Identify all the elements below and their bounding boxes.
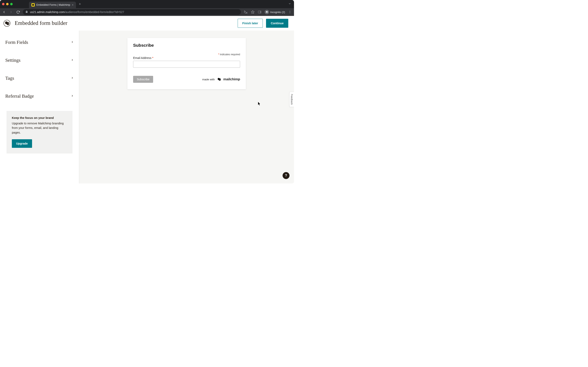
sidebar-item-referral-badge[interactable]: Referral Badge	[0, 87, 79, 105]
feedback-tab[interactable]: Feedback	[289, 92, 294, 107]
browser-tab[interactable]: Embedded Forms | Mailchimp ×	[29, 2, 76, 8]
mailchimp-favicon-icon	[31, 3, 35, 7]
close-tab-icon[interactable]: ×	[72, 3, 73, 7]
kebab-menu-icon[interactable]	[288, 10, 292, 14]
chevron-right-icon	[71, 94, 74, 98]
svg-point-10	[7, 22, 9, 25]
sidebar-item-settings[interactable]: Settings	[0, 51, 79, 69]
eye-off-icon[interactable]	[244, 10, 248, 14]
svg-point-6	[290, 12, 290, 12]
svg-point-0	[32, 4, 34, 6]
bookmark-star-icon[interactable]	[251, 10, 255, 14]
tab-title: Embedded Forms | Mailchimp	[36, 3, 70, 6]
subscribe-button[interactable]: Subscribe	[133, 76, 153, 83]
url-host: us21.admin.mailchimp.com	[30, 10, 65, 14]
upsell-body: Upgrade to remove Mailchimp branding fro…	[12, 121, 67, 135]
window-controls	[2, 3, 13, 5]
url-field[interactable]: us21.admin.mailchimp.com/audience/forms/…	[23, 9, 241, 15]
form-title: Subscribe	[133, 43, 240, 48]
svg-point-15	[220, 79, 220, 79]
required-note: * indicates required	[133, 53, 240, 56]
svg-point-5	[290, 11, 290, 11]
browser-tab-strip: Embedded Forms | Mailchimp × +	[0, 0, 294, 8]
sidebar-item-form-fields[interactable]: Form Fields	[0, 33, 79, 51]
close-window-icon[interactable]	[2, 3, 4, 5]
minimize-window-icon[interactable]	[6, 3, 9, 5]
preview-card: Subscribe * indicates required Email Add…	[127, 38, 246, 89]
forward-button	[9, 10, 13, 14]
chevron-right-icon	[71, 58, 74, 62]
finish-later-button[interactable]: Finish later	[238, 19, 263, 28]
email-label-text: Email Address	[133, 56, 151, 59]
lock-icon	[25, 10, 28, 14]
sidebar: Form Fields Settings Tags Referral Badge…	[0, 31, 79, 184]
maximize-window-icon[interactable]	[10, 3, 13, 5]
svg-marker-2	[251, 11, 254, 13]
svg-point-14	[219, 78, 221, 81]
mailchimp-logo-icon[interactable]	[3, 19, 11, 27]
sidebar-item-label: Referral Badge	[5, 94, 34, 99]
cursor-icon	[258, 102, 261, 106]
browser-address-bar: us21.admin.mailchimp.com/audience/forms/…	[0, 8, 294, 16]
svg-point-16	[220, 79, 221, 79]
made-with-badge[interactable]: made with mailchimp	[202, 76, 240, 82]
back-button[interactable]	[2, 10, 6, 14]
made-with-text: made with	[202, 78, 215, 81]
app-header: Embedded form builder Finish later Conti…	[0, 16, 294, 31]
tabs-overflow-icon[interactable]	[288, 2, 291, 6]
email-label: Email Address *	[133, 56, 240, 59]
continue-button[interactable]: Continue	[266, 19, 288, 28]
help-button[interactable]: ?	[283, 172, 290, 179]
mailchimp-wordmark: mailchimp	[223, 77, 240, 81]
reload-button[interactable]	[16, 10, 20, 14]
required-note-text: indicates required	[220, 53, 240, 56]
page-title: Embedded form builder	[15, 20, 67, 26]
incognito-indicator[interactable]: Incognito (2)	[265, 10, 285, 14]
sidebar-item-tags[interactable]: Tags	[0, 69, 79, 87]
new-tab-button[interactable]: +	[79, 2, 81, 6]
mailchimp-freddie-icon	[216, 76, 222, 82]
url-text: us21.admin.mailchimp.com/audience/forms/…	[30, 10, 124, 14]
chevron-right-icon	[71, 41, 74, 44]
upsell-card: Keep the focus on your brand Upgrade to …	[7, 111, 72, 154]
svg-point-11	[8, 23, 8, 23]
sidebar-item-label: Form Fields	[5, 40, 28, 45]
sidebar-item-label: Tags	[5, 76, 14, 81]
svg-point-12	[9, 23, 9, 24]
upsell-title: Keep the focus on your brand	[12, 116, 67, 119]
email-field[interactable]	[133, 61, 240, 68]
chevron-right-icon	[71, 76, 74, 80]
incognito-label: Incognito (2)	[270, 11, 285, 14]
upgrade-button[interactable]: Upgrade	[12, 139, 32, 148]
incognito-icon	[265, 10, 269, 14]
sidebar-item-label: Settings	[5, 58, 20, 63]
svg-point-7	[290, 13, 290, 13]
side-panel-icon[interactable]	[258, 10, 262, 14]
preview-canvas: Subscribe * indicates required Email Add…	[79, 31, 294, 184]
url-path: /audience/forms/embedded-form/editor?id=…	[65, 10, 124, 14]
